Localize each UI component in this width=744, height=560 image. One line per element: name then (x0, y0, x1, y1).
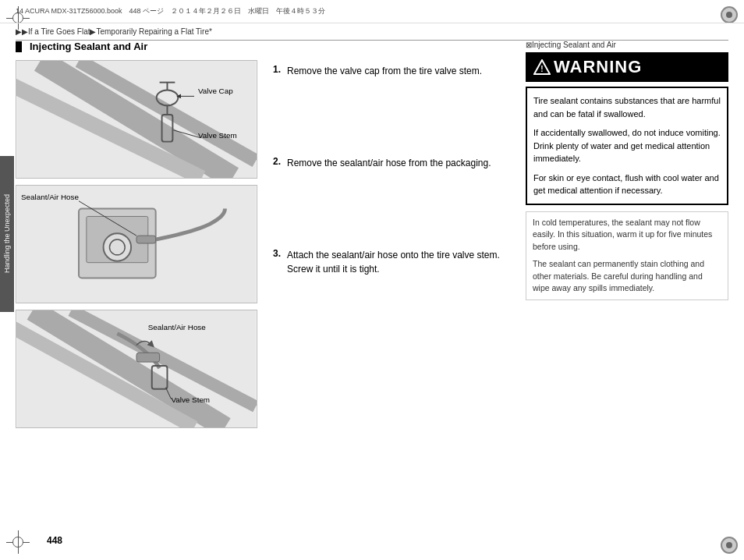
warning-box: ! WARNING (526, 52, 728, 82)
diagram-3-svg: Sealant/Air Hose Valve Stem (16, 310, 257, 427)
svg-rect-26 (136, 353, 160, 362)
notes-box: In cold temperatures, the sealant may no… (526, 211, 728, 301)
warning-content: Tire sealant contains substances that ar… (526, 87, 728, 205)
side-tab-label: Handling the Unexpected (3, 194, 11, 273)
step-2: 2. Remove the sealant/air hose from the … (273, 156, 513, 170)
section-title-bar (16, 41, 22, 52)
step-2-text: Remove the sealant/air hose from the pac… (287, 156, 491, 170)
corner-br (714, 530, 738, 554)
main-content: Injecting Sealant and Air (16, 41, 728, 529)
warning-title: ! WARNING (533, 57, 721, 77)
warning-section-label: ⊠Injecting Sealant and Air (526, 41, 728, 49)
page-number: 448 (47, 535, 62, 546)
step-3-number: 3. (273, 248, 287, 276)
step-1-text: Remove the valve cap from the tire valve… (287, 64, 482, 78)
right-panel: 1. Remove the valve cap from the tire va… (273, 41, 728, 529)
corner-bl (6, 530, 30, 554)
top-bar-text: 14 ACURA MDX-31TZ56000.book 448 ページ ２０１４… (16, 6, 325, 16)
svg-text:!: ! (540, 65, 543, 73)
svg-rect-18 (136, 236, 156, 243)
section-title: Injecting Sealant and Air (16, 41, 257, 52)
svg-text:Valve Stem: Valve Stem (171, 395, 210, 404)
diagram-1-svg: Valve Cap Valve Stem (16, 61, 257, 178)
side-tab: Handling the Unexpected (0, 156, 14, 312)
diagram-3: Sealant/Air Hose Valve Stem (16, 310, 257, 428)
steps-panel: 1. Remove the valve cap from the tire va… (273, 41, 513, 529)
diagram-2: Sealant/Air Hose (16, 185, 257, 303)
warning-triangle-icon: ! (533, 59, 551, 75)
diagram-1: Valve Cap Valve Stem (16, 60, 257, 179)
section-title-text: Injecting Sealant and Air (30, 41, 147, 52)
warning-item-3: For skin or eye contact, flush with cool… (533, 172, 721, 197)
top-bar: 14 ACURA MDX-31TZ56000.book 448 ページ ２０１４… (0, 0, 744, 23)
left-column: Injecting Sealant and Air (16, 41, 257, 529)
note-1: In cold temperatures, the sealant may no… (533, 217, 721, 253)
svg-text:Valve Stem: Valve Stem (198, 131, 237, 140)
step-3: 3. Attach the sealant/air hose onto the … (273, 248, 513, 276)
step-3-text: Attach the sealant/air hose onto the tir… (287, 248, 513, 276)
warning-item-2: If accidentally swallowed, do not induce… (533, 126, 721, 165)
svg-text:Sealant/Air Hose: Sealant/Air Hose (21, 193, 80, 201)
svg-point-16 (104, 233, 132, 261)
step-2-number: 2. (273, 156, 287, 170)
warning-title-text: WARNING (554, 57, 642, 77)
step-1-number: 1. (273, 64, 287, 78)
breadcrumb-text: ▶▶If a Tire Goes Flat▶Temporarily Repair… (16, 27, 212, 36)
warning-item-1: Tire sealant contains substances that ar… (533, 94, 721, 120)
svg-text:Sealant/Air Hose: Sealant/Air Hose (148, 323, 207, 331)
breadcrumb: ▶▶If a Tire Goes Flat▶Temporarily Repair… (16, 23, 728, 41)
step-1: 1. Remove the valve cap from the tire va… (273, 64, 513, 78)
svg-text:Valve Cap: Valve Cap (198, 87, 233, 95)
note-2: The sealant can permanently stain clothi… (533, 258, 721, 295)
diagram-2-svg: Sealant/Air Hose (16, 186, 257, 303)
warning-panel: ⊠Injecting Sealant and Air ! WARNING Tir… (526, 41, 728, 529)
